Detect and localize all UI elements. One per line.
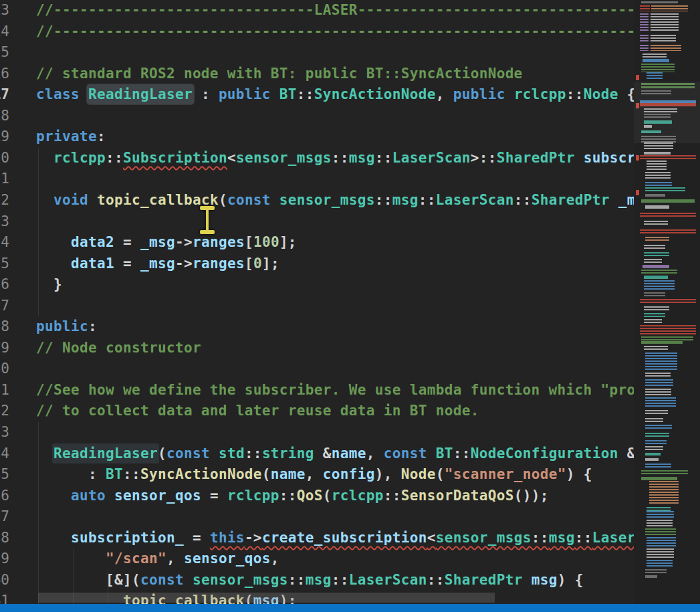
line-number[interactable]: 40 [0,570,9,591]
code-text: //--------------------------------------… [36,21,638,43]
code-line[interactable]: 14//------------------------------------… [0,21,638,43]
code-token: LaserScan [592,530,638,546]
minimap-code-block [645,172,671,179]
line-number[interactable]: 27 [0,296,9,317]
minimap-code-block [645,237,669,241]
code-token: _msg [140,234,175,250]
code-line[interactable]: 40 [&](const sensor_msgs::msg::LaserScan… [0,570,638,591]
code-token: rclcpp [514,86,566,102]
code-token: , [166,550,184,567]
code-line[interactable]: 18 [0,106,638,127]
code-line[interactable]: 32// to collect data and later reuse dat… [0,401,638,422]
code-token: Node [401,466,436,482]
line-number[interactable]: 22 [0,190,9,211]
indent-guide [38,422,39,604]
line-number[interactable]: 29 [0,338,9,359]
minimap-code-block [645,194,665,197]
line-number[interactable]: 33 [0,422,9,443]
code-line[interactable]: 28public: [0,316,638,338]
code-line[interactable]: 23 [0,211,638,233]
line-number[interactable]: 25 [0,253,9,275]
code-line[interactable]: 20 rclcpp::Subscription<sensor_msgs::msg… [0,148,638,169]
code-token: :: [245,445,262,462]
line-number[interactable]: 39 [0,548,9,570]
line-number[interactable]: 24 [0,232,9,253]
line-number[interactable]: 18 [0,106,9,127]
minimap-slider[interactable] [634,82,700,143]
code-token: _msg [140,256,175,272]
minimap-code-block [644,306,669,312]
code-line[interactable]: 35 : BT::SyncActionNode(name, config), N… [0,464,638,486]
code-line[interactable]: 29// Node constructor [0,338,638,359]
code-token: rclcpp [53,150,106,166]
code-token: :: [566,86,584,102]
code-line[interactable]: 15 [0,42,638,64]
code-line[interactable]: 21 [0,169,638,190]
code-text: class ReadingLaser : public BT::SyncActi… [36,84,636,106]
line-number[interactable]: 23 [0,211,9,233]
status-bar[interactable] [0,604,700,612]
line-number[interactable]: 32 [0,401,9,422]
line-number[interactable]: 30 [0,359,9,380]
minimap-code-block [640,13,649,31]
code-token: :: [419,192,436,208]
line-number[interactable]: 37 [0,506,9,528]
line-number[interactable]: 36 [0,486,9,507]
minimap-code-block [645,389,671,395]
code-token: = [114,256,140,272]
minimap-code-block [644,259,662,263]
code-token [427,445,436,462]
line-number[interactable]: 26 [0,274,9,296]
code-line[interactable]: 26 } [0,274,638,296]
minimap-code-block [641,64,675,72]
line-number[interactable]: 28 [0,316,9,338]
line-number[interactable]: 34 [0,443,9,465]
horizontal-scrollbar-slider[interactable] [38,593,495,603]
code-line[interactable]: 27 [0,296,638,317]
line-number[interactable]: 19 [0,126,9,148]
code-token: ) { [558,572,584,588]
line-number[interactable]: 31 [0,380,9,401]
line-number[interactable]: 21 [0,169,9,190]
code-editor-pane[interactable]: 13//------------------------------LASER-… [0,0,638,612]
code-line[interactable]: 30 [0,359,638,380]
minimap-code-block [647,548,674,558]
code-line[interactable]: 38 subscription_ = this->create_subscrip… [0,528,638,549]
line-number[interactable]: 35 [0,464,9,486]
line-number[interactable]: 16 [0,64,9,85]
code-line[interactable]: 37 [0,506,638,528]
code-token: BT [279,86,297,102]
code-token: sensor_msgs [236,150,332,166]
line-number[interactable]: 17 [0,84,9,106]
code-line[interactable]: 16// standard ROS2 node with BT: public … [0,64,638,85]
code-token: ( [323,488,332,504]
code-line[interactable]: 39 "/scan", sensor_qos, [0,548,638,570]
text-cursor-bottom-serif [200,230,215,234]
code-line[interactable]: 31//See how we define the subscriber. We… [0,380,638,401]
code-token: sensor_msgs [279,192,375,208]
code-token: & [618,445,636,462]
minimap-code-block [640,299,696,304]
line-number[interactable]: 14 [0,21,9,43]
code-token: :: [575,530,592,546]
code-line[interactable]: 36 auto sensor_qos = rclcpp::QoS(rclcpp:… [0,486,638,507]
code-line[interactable]: 13//------------------------------LASER-… [0,0,638,21]
line-number[interactable]: 20 [0,148,9,169]
code-token [36,550,106,567]
line-number[interactable]: 13 [0,0,9,21]
code-token: "scanner_node" [445,466,566,482]
code-line[interactable]: 22 void topic_callback(const sensor_msgs… [0,190,638,211]
code-line[interactable]: 24 data2 = _msg->ranges[100]; [0,232,638,253]
code-line[interactable]: 25 data1 = _msg->ranges[0]; [0,253,638,275]
code-text: private: [36,126,106,148]
line-number[interactable]: 15 [0,42,9,64]
line-number[interactable]: 38 [0,528,9,549]
code-token: SyncActionNode [314,86,436,102]
code-line[interactable]: 17class ReadingLaser : public BT::SyncAc… [0,84,638,106]
code-line[interactable]: 33 [0,422,638,443]
code-line[interactable]: 34 ReadingLaser(const std::string &name,… [0,443,638,465]
code-line[interactable]: 19private: [0,126,638,148]
code-token: = [201,488,227,504]
minimap-code-block [645,182,672,186]
minimap-code-block [640,155,696,159]
